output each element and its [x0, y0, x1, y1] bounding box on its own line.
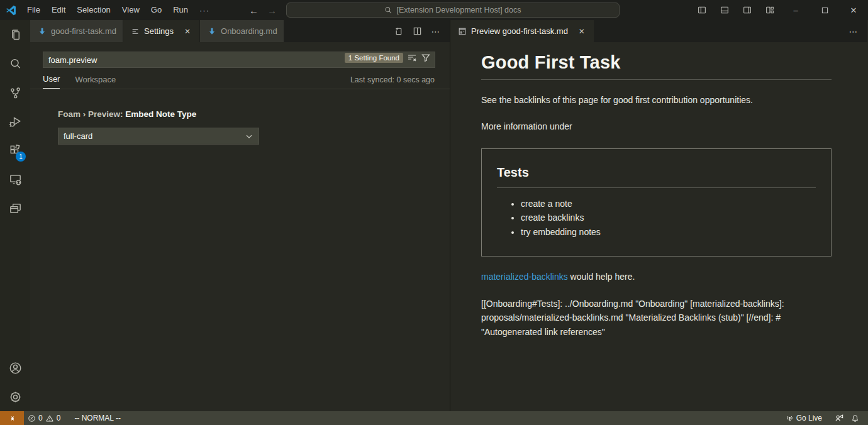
notifications-button[interactable]	[847, 411, 863, 425]
chevron-down-icon	[245, 132, 253, 141]
filter-settings-icon[interactable]	[421, 53, 431, 63]
divider	[497, 187, 816, 188]
markdown-file-icon	[38, 27, 47, 36]
window-maximize-button[interactable]	[810, 0, 839, 20]
markdown-preview-pane: Good First Task See the backlinks of thi…	[450, 42, 867, 411]
embedded-note-list: create a note create backlinks try embed…	[521, 197, 816, 240]
source-control-icon[interactable]	[0, 78, 30, 107]
clear-settings-search-icon[interactable]	[407, 53, 417, 63]
preview-paragraph: More information under	[481, 120, 832, 133]
menu-view[interactable]: View	[116, 3, 145, 17]
list-item: try embedding notes	[521, 225, 816, 240]
list-item: create backlinks	[521, 211, 816, 225]
scope-tab-user[interactable]: User	[43, 74, 60, 89]
customize-layout-icon[interactable]	[759, 0, 781, 20]
problems-indicator[interactable]: 0 0	[24, 411, 64, 425]
run-debug-icon[interactable]	[0, 107, 30, 136]
settings-search-value: foam.preview	[48, 55, 97, 65]
explorer-icon[interactable]	[0, 20, 30, 49]
markdown-file-icon	[208, 27, 216, 36]
multiple-windows-icon[interactable]	[0, 194, 30, 223]
preview-paragraph: See the backlinks of this page for good …	[481, 94, 832, 106]
link-references-paragraph: [[Onboarding#Tests]: ../Onboarding.md "O…	[481, 297, 828, 339]
go-live-button[interactable]: Go Live	[782, 411, 826, 425]
editor-group-right: Preview good-first-task.md ✕ ⋯ Good Firs…	[450, 20, 867, 411]
tab-settings[interactable]: Settings ✕	[123, 20, 200, 42]
warnings-icon	[45, 414, 54, 422]
extensions-icon[interactable]: 1	[0, 136, 30, 165]
tab-preview-good-first-task[interactable]: Preview good-first-task.md ✕	[450, 20, 594, 42]
vim-mode-indicator[interactable]: -- NORMAL --	[70, 411, 125, 425]
menu-run[interactable]: Run	[167, 3, 194, 17]
dropdown-value: full-card	[64, 131, 92, 141]
remote-indicator[interactable]	[0, 411, 24, 425]
split-editor-icon[interactable]	[409, 24, 425, 39]
right-tabbar: Preview good-first-task.md ✕ ⋯	[450, 20, 867, 42]
menu-more-button[interactable]: ···	[194, 6, 215, 15]
editor-group-left: good-first-task.md Settings ✕ Onboarding…	[30, 20, 450, 411]
setting-name-label: Embed Note Type	[125, 109, 196, 119]
list-item: create a note	[521, 197, 816, 211]
tab-good-first-task[interactable]: good-first-task.md	[30, 20, 123, 42]
embedded-note-title: Tests	[497, 165, 816, 180]
setting-embed-note-type: Foam › Preview: Embed Note Type full-car…	[30, 89, 450, 145]
tab-label: Settings	[144, 26, 174, 36]
activity-bar: 1	[0, 20, 30, 411]
errors-icon	[28, 414, 36, 422]
tab-label: Preview good-first-task.md	[471, 26, 568, 36]
vscode-window: File Edit Selection View Go Run ··· ← → …	[0, 0, 868, 425]
titlebar: File Edit Selection View Go Run ··· ← → …	[0, 0, 868, 20]
setting-category-label: Foam › Preview:	[58, 109, 125, 119]
settings-editor-icon	[131, 27, 140, 36]
preview-title: Good First Task	[481, 52, 832, 73]
last-synced-label: Last synced: 0 secs ago	[350, 75, 435, 89]
embed-note-type-dropdown[interactable]: full-card	[58, 128, 259, 145]
link-suffix-text: would help here.	[568, 272, 635, 282]
materialized-backlinks-link[interactable]: materialized-backlinks	[481, 272, 568, 282]
command-center-search[interactable]: [Extension Development Host] docs	[286, 3, 620, 18]
window-minimize-button[interactable]: –	[781, 0, 810, 20]
embedded-note-card: Tests create a note create backlinks try…	[481, 148, 832, 257]
feedback-icon	[835, 414, 843, 422]
markdown-preview-icon	[458, 27, 467, 36]
divider	[481, 79, 832, 80]
more-actions-icon[interactable]: ⋯	[846, 24, 861, 39]
statusbar: 0 0 -- NORMAL -- Go Live	[0, 411, 868, 425]
command-center-label: [Extension Development Host] docs	[396, 6, 521, 14]
extensions-badge: 1	[16, 152, 26, 162]
settings-scope-tabs: User Workspace Last synced: 0 secs ago	[30, 68, 450, 89]
remote-explorer-icon[interactable]	[0, 165, 30, 194]
toggle-panel-icon[interactable]	[713, 0, 736, 20]
close-tab-icon[interactable]: ✕	[182, 27, 193, 36]
left-tabbar: good-first-task.md Settings ✕ Onboarding…	[30, 20, 450, 42]
settings-editor: foam.preview 1 Setting Found	[30, 42, 450, 411]
warning-count: 0	[57, 414, 61, 422]
menu-selection[interactable]: Selection	[71, 3, 116, 17]
navigate-back-icon[interactable]: ←	[249, 5, 259, 16]
close-tab-icon[interactable]: ✕	[576, 27, 587, 36]
vim-mode-text: -- NORMAL --	[74, 414, 121, 422]
toggle-primary-sidebar-icon[interactable]	[691, 0, 713, 20]
menu-file[interactable]: File	[21, 3, 46, 17]
navigate-forward-icon[interactable]: →	[267, 5, 277, 16]
search-view-icon[interactable]	[0, 49, 30, 78]
window-close-button[interactable]: ✕	[839, 0, 868, 20]
manage-settings-gear-icon[interactable]	[0, 382, 30, 411]
tab-label: Onboarding.md	[221, 26, 277, 36]
bell-icon	[851, 414, 859, 422]
search-icon	[384, 6, 392, 14]
vscode-logo-icon	[0, 5, 21, 16]
open-settings-json-icon[interactable]	[391, 24, 406, 39]
scope-tab-workspace[interactable]: Workspace	[75, 75, 116, 89]
settings-found-badge: 1 Setting Found	[345, 53, 403, 63]
tab-onboarding[interactable]: Onboarding.md	[200, 20, 284, 42]
menu-edit[interactable]: Edit	[46, 3, 71, 17]
preview-link-paragraph: materialized-backlinks would help here.	[481, 270, 832, 283]
feedback-button[interactable]	[831, 411, 847, 425]
accounts-icon[interactable]	[0, 353, 30, 382]
go-live-label: Go Live	[796, 414, 822, 422]
toggle-secondary-sidebar-icon[interactable]	[736, 0, 759, 20]
error-count: 0	[38, 414, 43, 422]
more-actions-icon[interactable]: ⋯	[428, 24, 443, 39]
menu-go[interactable]: Go	[145, 3, 167, 17]
